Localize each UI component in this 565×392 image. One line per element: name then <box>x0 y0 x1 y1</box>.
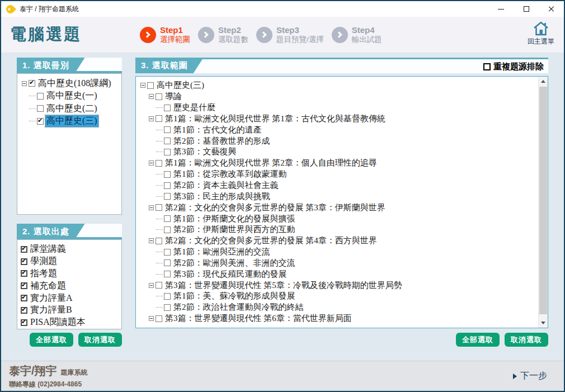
tree-label[interactable]: 高中歷史(三) <box>156 80 205 91</box>
tree-checkbox[interactable] <box>164 215 171 222</box>
deselect-all-button-right[interactable]: 取消選取 <box>505 333 548 347</box>
source-item-row[interactable]: 實力評量A <box>21 292 119 304</box>
tree-label[interactable]: 第1節：伊斯蘭文化的發展與擴張 <box>172 214 296 224</box>
tree-row[interactable]: 第2節：政治社會運動與冷戰的終結 <box>139 302 547 313</box>
tree-checkbox[interactable] <box>164 226 171 233</box>
tree-row[interactable]: 第3篇：世界變遷與現代性 第5章：冷戰及後冷戰時期的世界局勢 <box>139 280 547 291</box>
tree-checkbox[interactable] <box>164 271 171 277</box>
tree-row[interactable]: 第1節：伊斯蘭文化的發展與擴張 <box>139 213 547 224</box>
select-all-button-left[interactable]: 全部選取 <box>30 333 73 347</box>
tree-row[interactable]: 第1節：歐洲與亞洲的交流 <box>139 247 547 258</box>
collapse-expander-icon[interactable] <box>149 94 154 99</box>
source-item-row[interactable]: 實力評量B <box>21 304 119 317</box>
tree-row[interactable]: 第1篇：歐洲文化與現代世界 第1章：古代文化與基督教傳統 <box>139 114 547 125</box>
tree-checkbox[interactable] <box>164 149 171 155</box>
tree-checkbox[interactable] <box>164 138 171 144</box>
scrollbar[interactable] <box>538 77 548 328</box>
collapse-expander-icon[interactable] <box>149 205 154 210</box>
scroll-down-button[interactable] <box>539 318 548 328</box>
tree-label[interactable]: 第2節：資本主義與社會主義 <box>172 180 280 191</box>
source-item-row[interactable]: PISA閱讀題本 <box>21 317 119 329</box>
tree-checkbox[interactable] <box>29 80 35 87</box>
tree-checkbox[interactable] <box>37 118 44 125</box>
tree-row[interactable]: 第3節：民主的形成與挑戰 <box>139 191 547 202</box>
tree-row[interactable]: 高中歷史(三) <box>139 80 547 91</box>
tree-row[interactable]: 第2篇：文化的交會與多元世界的發展 第3章：伊斯蘭與世界 <box>139 202 547 213</box>
collapse-expander-icon[interactable] <box>149 160 154 166</box>
tree-checkbox[interactable] <box>156 238 162 244</box>
tree-checkbox[interactable] <box>37 105 44 112</box>
collapse-expander-icon[interactable] <box>22 81 27 86</box>
tree-checkbox[interactable] <box>164 293 171 300</box>
tree-checkbox[interactable] <box>156 315 162 322</box>
source-checkbox[interactable] <box>21 319 27 326</box>
tree-row[interactable]: 第2節：伊斯蘭世界與西方的互動 <box>139 224 547 235</box>
tree-row[interactable]: 第2篇：文化的交會與多元世界的發展 第4章：西方與世界 <box>139 235 547 247</box>
minimize-button[interactable] <box>488 1 514 17</box>
tree-row[interactable]: 高中歷史(一) <box>20 90 120 103</box>
step-2[interactable]: Step2選取題數 <box>198 26 248 44</box>
scroll-up-button[interactable] <box>539 77 548 86</box>
tree-label[interactable]: 高中歷史(一) <box>45 90 98 102</box>
tree-label[interactable]: 歷史是什麼 <box>172 102 216 113</box>
tree-label[interactable]: 第1篇：歐洲文化與現代世界 第1章：古代文化與基督教傳統 <box>164 114 387 124</box>
source-checkbox[interactable] <box>21 295 27 301</box>
tree-label[interactable]: 第1節：歐洲與亞洲的交流 <box>172 247 271 257</box>
tree-row[interactable]: 第3節：文藝復興 <box>139 147 547 158</box>
home-button[interactable]: 回主選單 <box>525 21 557 46</box>
tree-label[interactable]: 第3節：現代反殖民運動的發展 <box>172 269 288 280</box>
tree-row[interactable]: 高中歷史(108課綱) <box>20 77 120 90</box>
tree-checkbox[interactable] <box>156 160 162 167</box>
step-3[interactable]: Step3題目預覽/選擇 <box>256 26 324 44</box>
tree-checkbox[interactable] <box>164 304 171 311</box>
source-item-row[interactable]: 補充命題 <box>21 280 119 292</box>
tree-row[interactable]: 導論 <box>139 91 547 102</box>
tree-label[interactable]: 第3節：文藝復興 <box>172 147 238 157</box>
tree-label[interactable]: 第2篇：文化的交會與多元世界的發展 第3章：伊斯蘭與世界 <box>164 202 387 213</box>
tree-checkbox[interactable] <box>37 93 44 100</box>
collapse-expander-icon[interactable] <box>149 116 154 121</box>
tree-row[interactable]: 第1節：美、蘇冷戰的形成與發展 <box>139 291 547 302</box>
collapse-expander-icon[interactable] <box>149 316 154 321</box>
tree-checkbox[interactable] <box>164 105 171 111</box>
tree-label[interactable]: 第3節：民主的形成與挑戰 <box>172 191 271 202</box>
deselect-all-button-left[interactable]: 取消選取 <box>78 333 122 347</box>
tree-row[interactable]: 第2節：基督教世界的形成 <box>139 135 547 147</box>
tree-row[interactable]: 第2節：歐洲與美洲、非洲的交流 <box>139 258 547 269</box>
tree-label[interactable]: 第2節：歐洲與美洲、非洲的交流 <box>172 258 296 268</box>
collapse-expander-icon[interactable] <box>140 83 145 88</box>
source-checkbox[interactable] <box>21 270 27 277</box>
tree-label[interactable]: 高中歷史(二) <box>45 103 98 115</box>
step-4[interactable]: Step4輸出試題 <box>332 26 382 44</box>
tree-label[interactable]: 第1節：古代文化的遺產 <box>172 125 263 135</box>
tree-row[interactable]: 第1篇：歐洲文化與現代世界 第2章：個人自由理性的追尋 <box>139 158 547 169</box>
select-all-button-right[interactable]: 全部選取 <box>456 333 500 347</box>
source-item-row[interactable]: 指考題 <box>21 268 119 280</box>
tree-label[interactable]: 導論 <box>164 91 183 102</box>
maximize-button[interactable] <box>514 1 539 17</box>
tree-row[interactable]: 第2節：資本主義與社會主義 <box>139 180 547 191</box>
tree-checkbox[interactable] <box>164 182 171 189</box>
tree-checkbox[interactable] <box>147 82 154 89</box>
tree-label[interactable]: 高中歷史(三) <box>45 115 98 127</box>
step-1[interactable]: Step1選擇範圍 <box>140 26 190 44</box>
tree-row[interactable]: 第3篇：世界變遷與現代性 第6章：當代世界新局面 <box>139 313 547 324</box>
close-button[interactable] <box>539 1 564 17</box>
collapse-expander-icon[interactable] <box>149 283 154 288</box>
tree-row[interactable]: 歷史是什麼 <box>139 102 547 114</box>
tree-row[interactable]: 高中歷史(二) <box>20 102 120 115</box>
tree-label[interactable]: 第1節：從宗教改革到啟蒙運動 <box>172 169 288 180</box>
tree-row[interactable]: 第1節：古代文化的遺產 <box>139 124 547 135</box>
next-step-button[interactable]: 下一步 <box>513 370 547 382</box>
scroll-thumb[interactable] <box>539 87 547 314</box>
tree-checkbox[interactable] <box>164 259 171 266</box>
tree-checkbox[interactable] <box>164 126 171 133</box>
tree-label[interactable]: 第1節：美、蘇冷戰的形成與發展 <box>172 291 296 301</box>
tree-checkbox[interactable] <box>156 93 162 100</box>
tree-label[interactable]: 第3篇：世界變遷與現代性 第6章：當代世界新局面 <box>164 313 353 324</box>
exclude-duplicate-checkbox-row[interactable]: 重複題源排除 <box>483 62 544 72</box>
tree-checkbox[interactable] <box>156 115 162 122</box>
tree-row[interactable]: 第1節：從宗教改革到啟蒙運動 <box>139 169 547 180</box>
tree-label[interactable]: 第3篇：世界變遷與現代性 第5章：冷戰及後冷戰時期的世界局勢 <box>164 280 403 291</box>
collapse-expander-icon[interactable] <box>149 238 154 243</box>
